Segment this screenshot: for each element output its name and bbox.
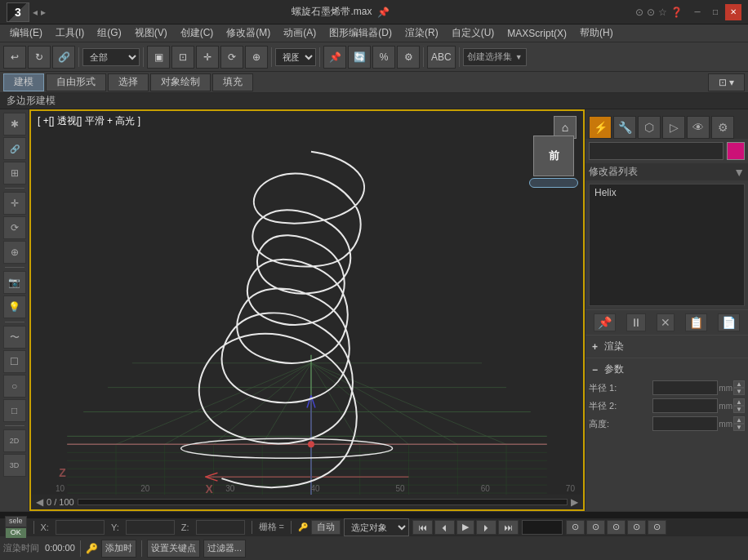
tab-object-paint[interactable]: 对象绘制	[150, 73, 211, 91]
param-spin-down-radius1[interactable]: ▼	[733, 388, 745, 395]
tl-arrow-right[interactable]: ▶	[571, 496, 578, 508]
tb-scale[interactable]: ⊕	[245, 46, 268, 69]
tb2-options[interactable]: ⊡ ▾	[708, 73, 745, 91]
lt-move[interactable]: ✛	[3, 192, 26, 215]
lt-snap-2d[interactable]: 2D	[3, 429, 26, 452]
menu-modifier[interactable]: 修改器(M)	[220, 24, 277, 42]
tb-extra3[interactable]: ⊙	[607, 520, 626, 535]
tb-select-region[interactable]: ⊡	[171, 46, 194, 69]
tb-spinner-snap[interactable]: ⚙	[397, 46, 420, 69]
tl-arrow-left[interactable]: ◀	[36, 496, 43, 508]
transport-last[interactable]: ⏭	[498, 520, 519, 535]
tb-angle-snap[interactable]: 🔄	[348, 46, 371, 69]
tb-snap[interactable]: 📌	[323, 46, 346, 69]
lt-curve[interactable]: 〜	[3, 326, 26, 349]
tb-link[interactable]: 🔗	[52, 46, 75, 69]
status-x-input[interactable]	[56, 520, 105, 535]
timeline-track[interactable]	[78, 499, 568, 505]
param-spin-up-height[interactable]: ▲	[733, 416, 745, 424]
transport-prev[interactable]: ⏴	[434, 520, 455, 535]
filter-btn[interactable]: 过滤器...	[203, 540, 246, 558]
lt-rotate[interactable]: ⟳	[3, 216, 26, 239]
tb-redo[interactable]: ↻	[28, 46, 51, 69]
param-field-radius2[interactable]: 250.0	[652, 398, 718, 413]
tb-select-move[interactable]: ✛	[196, 46, 219, 69]
transport-first[interactable]: ⏮	[412, 520, 433, 535]
modifier-pin-btn[interactable]: 📌	[594, 313, 616, 331]
tb-material[interactable]: ABC	[427, 46, 456, 69]
menu-view[interactable]: 视图(V)	[128, 24, 174, 42]
tb-extra5[interactable]: ⊙	[648, 520, 666, 535]
obj-name-input[interactable]: Helix001	[589, 142, 724, 160]
rt-tab-hierarchy[interactable]: ⬡	[638, 116, 661, 139]
status-select-obj[interactable]: 选定对象	[344, 518, 409, 536]
maximize-button[interactable]: □	[707, 4, 724, 20]
viewport[interactable]: [ +[] 透视[] 平滑 + 高光 ] ⌂ 前	[29, 109, 585, 511]
menu-edit[interactable]: 编辑(E)	[3, 24, 49, 42]
title-icon-1[interactable]: ⊙	[635, 7, 643, 18]
params-section-header[interactable]: − 参数	[589, 360, 745, 379]
tb-undo[interactable]: ↩	[3, 46, 26, 69]
modifier-item-helix[interactable]: Helix	[590, 184, 744, 201]
tb-extra2[interactable]: ⊙	[586, 520, 605, 535]
tab-modeling[interactable]: 建模	[3, 73, 44, 91]
tb-percent-snap[interactable]: %	[372, 46, 395, 69]
tb-extra4[interactable]: ⊙	[627, 520, 646, 535]
param-spin-up-radius2[interactable]: ▲	[733, 398, 745, 406]
rt-tab-utilities[interactable]: ⚙	[711, 116, 734, 139]
lt-link[interactable]: 🔗	[3, 137, 26, 160]
menu-create[interactable]: 创建(C)	[174, 24, 220, 42]
sele-button[interactable]: sele	[5, 516, 27, 527]
nav-cube[interactable]: 前	[533, 136, 578, 188]
lt-box[interactable]: □	[3, 399, 26, 422]
lt-light[interactable]: 💡	[3, 296, 26, 318]
param-spin-down-height[interactable]: ▼	[733, 424, 745, 431]
status-z-input[interactable]	[196, 520, 245, 535]
menu-graph-editor[interactable]: 图形编辑器(D)	[323, 24, 398, 42]
param-spin-down-radius2[interactable]: ▼	[733, 406, 745, 413]
status-y-input[interactable]	[126, 520, 175, 535]
tb-rotate[interactable]: ⟳	[220, 46, 243, 69]
tab-freeform[interactable]: 自由形式	[46, 73, 106, 91]
transport-next[interactable]: ⏵	[476, 520, 496, 535]
menu-maxscript[interactable]: MAXScript(X)	[501, 26, 573, 41]
tb-filter-select[interactable]: 全部	[82, 48, 140, 66]
lt-plane[interactable]: ☐	[3, 350, 26, 373]
render-section-header[interactable]: + 渲染	[589, 337, 745, 356]
keyframe-bar[interactable]	[0, 511, 748, 518]
menu-customize[interactable]: 自定义(U)	[445, 24, 501, 42]
tb-extra1[interactable]: ⊙	[566, 520, 585, 535]
modifier-copy-btn[interactable]: 📋	[685, 313, 707, 331]
lt-scale[interactable]: ⊕	[3, 241, 26, 264]
add-key-btn[interactable]: 添加时	[101, 540, 136, 558]
tb-select-set[interactable]: 创建选择集 ▼	[463, 48, 527, 66]
set-key-btn[interactable]: 设置关键点	[147, 540, 200, 558]
status-auto-btn[interactable]: 自动	[311, 520, 341, 535]
rt-tab-motion[interactable]: ▷	[662, 116, 685, 139]
menu-render[interactable]: 渲染(R)	[398, 24, 445, 42]
tab-selection[interactable]: 选择	[108, 73, 149, 91]
rt-tab-modify[interactable]: 🔧	[613, 116, 636, 139]
menu-help[interactable]: 帮助(H)	[573, 24, 620, 42]
lt-bind[interactable]: ⊞	[3, 162, 26, 184]
modifier-paste-btn[interactable]: 📄	[718, 313, 740, 331]
lt-camera[interactable]: 📷	[3, 271, 26, 294]
lt-create[interactable]: ✱	[3, 113, 26, 136]
param-field-height[interactable]: 3000.0	[652, 416, 718, 431]
ok-button[interactable]: OK	[5, 527, 27, 539]
obj-color-swatch[interactable]	[727, 142, 745, 160]
title-icon-4[interactable]: ❓	[670, 7, 683, 18]
param-field-radius1[interactable]: 1000.0	[652, 380, 718, 395]
transport-play[interactable]: ▶	[456, 520, 474, 535]
frame-input[interactable]: 0	[522, 520, 563, 535]
modifier-hide-btn[interactable]: ⏸	[626, 313, 646, 331]
title-arrow-left[interactable]: ◂	[33, 7, 38, 18]
param-spin-up-radius1[interactable]: ▲	[733, 380, 745, 388]
close-button[interactable]: ✕	[725, 4, 741, 20]
title-icon-3[interactable]: ☆	[658, 7, 667, 18]
menu-animation[interactable]: 动画(A)	[277, 24, 323, 42]
rt-tab-display[interactable]: 👁	[687, 116, 710, 139]
lt-sphere[interactable]: ○	[3, 375, 26, 398]
tb-select-object[interactable]: ▣	[147, 46, 170, 69]
tb-view-select[interactable]: 视图	[275, 48, 316, 66]
